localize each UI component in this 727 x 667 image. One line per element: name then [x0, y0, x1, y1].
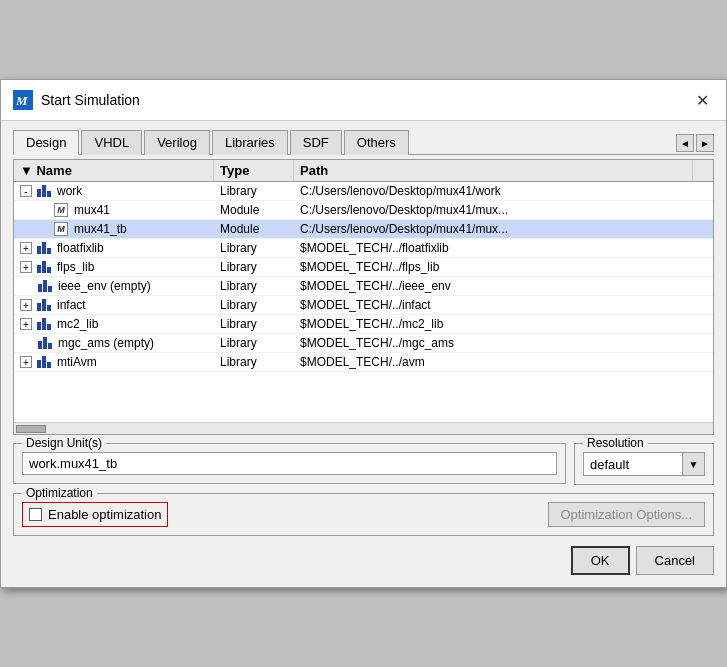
table-row[interactable]: -workLibraryC:/Users/lenovo/Desktop/mux4…	[14, 182, 713, 201]
dialog-body: Design VHDL Verilog Libraries SDF Others…	[1, 121, 726, 587]
expand-icon[interactable]: +	[20, 356, 32, 368]
design-unit-input[interactable]	[22, 452, 557, 475]
tab-libraries[interactable]: Libraries	[212, 130, 288, 155]
bottom-row: Design Unit(s) Resolution default ▼	[13, 443, 714, 485]
row-name: mux41	[74, 203, 110, 217]
table-row[interactable]: +flps_libLibrary$MODEL_TECH/../flps_lib	[14, 258, 713, 277]
library-icon	[37, 185, 51, 197]
tree-cell-type: Library	[214, 239, 294, 257]
tab-design[interactable]: Design	[13, 130, 79, 155]
header-type: Type	[214, 160, 294, 181]
title-bar: M Start Simulation ✕	[1, 80, 726, 121]
tree-cell-path: $MODEL_TECH/../floatfixlib	[294, 239, 713, 257]
tabs-container: Design VHDL Verilog Libraries SDF Others…	[13, 129, 714, 155]
tree-section: ▼ Name Type Path -workLibraryC:/Users/le…	[13, 159, 714, 435]
table-row[interactable]: +mc2_libLibrary$MODEL_TECH/../mc2_lib	[14, 315, 713, 334]
tree-cell-type: Library	[214, 182, 294, 200]
expand-icon[interactable]: +	[20, 261, 32, 273]
design-unit-legend: Design Unit(s)	[22, 436, 106, 450]
tab-others[interactable]: Others	[344, 130, 409, 155]
tree-cell-name: +flps_lib	[14, 258, 214, 276]
optimization-inner: Enable optimization Optimization Options…	[22, 502, 705, 527]
tree-cell-name: +mc2_lib	[14, 315, 214, 333]
optimization-options-button[interactable]: Optimization Options...	[548, 502, 706, 527]
optimization-section: Optimization Enable optimization Optimiz…	[13, 493, 714, 536]
table-row[interactable]: Mmux41_tbModuleC:/Users/lenovo/Desktop/m…	[14, 220, 713, 239]
resolution-select[interactable]: default ▼	[583, 452, 705, 476]
library-icon	[37, 299, 51, 311]
library-icon	[37, 261, 51, 273]
table-row[interactable]: +floatfixlibLibrary$MODEL_TECH/../floatf…	[14, 239, 713, 258]
tree-cell-type: Library	[214, 353, 294, 371]
tree-cell-type: Module	[214, 201, 294, 219]
expand-icon[interactable]: +	[20, 242, 32, 254]
cancel-button[interactable]: Cancel	[636, 546, 714, 575]
row-name: flps_lib	[57, 260, 94, 274]
resolution-section: Resolution default ▼	[574, 443, 714, 485]
row-name: mgc_ams (empty)	[58, 336, 154, 350]
table-row[interactable]: mgc_ams (empty)Library$MODEL_TECH/../mgc…	[14, 334, 713, 353]
row-name: mc2_lib	[57, 317, 98, 331]
app-icon: M	[13, 90, 33, 110]
tabs: Design VHDL Verilog Libraries SDF Others	[13, 129, 411, 154]
enable-optimization-label[interactable]: Enable optimization	[22, 502, 168, 527]
tab-vhdl[interactable]: VHDL	[81, 130, 142, 155]
optimization-legend: Optimization	[22, 486, 97, 500]
row-name: mtiAvm	[57, 355, 97, 369]
tree-cell-name: ieee_env (empty)	[14, 277, 214, 295]
tree-body[interactable]: -workLibraryC:/Users/lenovo/Desktop/mux4…	[14, 182, 713, 422]
tree-cell-type: Library	[214, 258, 294, 276]
tab-scroll-right[interactable]: ►	[696, 134, 714, 152]
library-icon	[37, 356, 51, 368]
horizontal-scrollbar[interactable]	[14, 422, 713, 434]
scroll-thumb	[16, 425, 46, 433]
tree-cell-path: $MODEL_TECH/../mgc_ams	[294, 334, 713, 352]
tree-cell-type: Library	[214, 296, 294, 314]
enable-optimization-text: Enable optimization	[48, 507, 161, 522]
tree-cell-path: C:/Users/lenovo/Desktop/mux41/mux...	[294, 201, 713, 219]
expand-icon[interactable]: +	[20, 299, 32, 311]
table-row[interactable]: Mmux41ModuleC:/Users/lenovo/Desktop/mux4…	[14, 201, 713, 220]
row-name: ieee_env (empty)	[58, 279, 151, 293]
tree-cell-type: Library	[214, 315, 294, 333]
tree-cell-type: Library	[214, 334, 294, 352]
tree-cell-name: +mtiAvm	[14, 353, 214, 371]
header-name: ▼ Name	[14, 160, 214, 181]
tree-cell-name: +infact	[14, 296, 214, 314]
svg-text:M: M	[15, 93, 28, 108]
design-unit-section: Design Unit(s)	[13, 443, 566, 484]
tree-cell-name: -work	[14, 182, 214, 200]
tab-scroll-left[interactable]: ◄	[676, 134, 694, 152]
row-name: floatfixlib	[57, 241, 104, 255]
tree-cell-name: +floatfixlib	[14, 239, 214, 257]
tree-cell-path: C:/Users/lenovo/Desktop/mux41/mux...	[294, 220, 713, 238]
resolution-value: default	[584, 454, 682, 475]
tree-cell-name: Mmux41	[14, 201, 214, 219]
tree-cell-type: Library	[214, 277, 294, 295]
library-icon	[37, 318, 51, 330]
tree-cell-name: Mmux41_tb	[14, 220, 214, 238]
row-name: mux41_tb	[74, 222, 127, 236]
tree-cell-path: C:/Users/lenovo/Desktop/mux41/work	[294, 182, 713, 200]
tree-header: ▼ Name Type Path	[14, 160, 713, 182]
tree-cell-path: $MODEL_TECH/../flps_lib	[294, 258, 713, 276]
tab-verilog[interactable]: Verilog	[144, 130, 210, 155]
table-row[interactable]: +mtiAvmLibrary$MODEL_TECH/../avm	[14, 353, 713, 372]
tree-cell-path: $MODEL_TECH/../infact	[294, 296, 713, 314]
tree-cell-path: $MODEL_TECH/../mc2_lib	[294, 315, 713, 333]
enable-optimization-checkbox[interactable]	[29, 508, 42, 521]
close-button[interactable]: ✕	[690, 88, 714, 112]
module-icon: M	[54, 222, 68, 236]
tree-cell-path: $MODEL_TECH/../ieee_env	[294, 277, 713, 295]
dialog-title: Start Simulation	[41, 92, 140, 108]
library-icon	[38, 337, 52, 349]
resolution-legend: Resolution	[583, 436, 648, 450]
table-row[interactable]: ieee_env (empty)Library$MODEL_TECH/../ie…	[14, 277, 713, 296]
tab-sdf[interactable]: SDF	[290, 130, 342, 155]
expand-icon[interactable]: -	[20, 185, 32, 197]
row-name: infact	[57, 298, 86, 312]
expand-icon[interactable]: +	[20, 318, 32, 330]
ok-button[interactable]: OK	[571, 546, 630, 575]
resolution-dropdown-button[interactable]: ▼	[682, 453, 704, 475]
table-row[interactable]: +infactLibrary$MODEL_TECH/../infact	[14, 296, 713, 315]
